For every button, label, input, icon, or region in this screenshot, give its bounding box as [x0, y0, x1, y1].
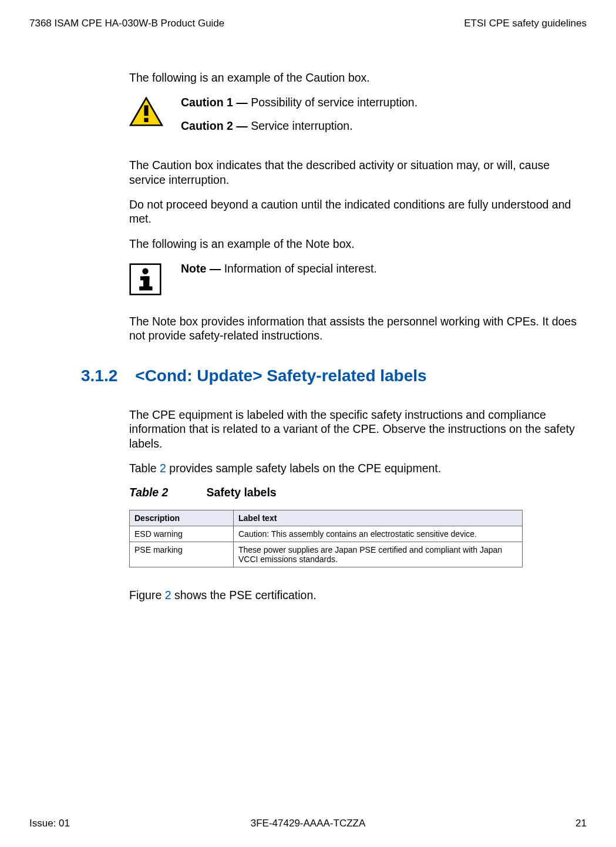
- table-header: Label text: [234, 510, 523, 526]
- paragraph: Figure 2 shows the PSE certification.: [129, 588, 581, 602]
- figure-xref[interactable]: 2: [165, 589, 171, 601]
- table-title: Safety labels: [206, 486, 276, 499]
- paragraph: The Caution box indicates that the descr…: [129, 158, 581, 187]
- svg-rect-1: [144, 106, 148, 116]
- svg-point-4: [142, 268, 148, 274]
- text: shows the PSE certification.: [171, 589, 317, 601]
- table-label: Table 2: [129, 486, 168, 499]
- table-cell: Caution: This assembly contains an elect…: [234, 526, 523, 542]
- paragraph: The Note box provides information that a…: [129, 314, 581, 343]
- caution-line-1: Caution 1 — Possibility of service inter…: [181, 95, 418, 109]
- footer-center: 3FE-47429-AAAA-TCZZA: [251, 818, 366, 829]
- table-cell: ESD warning: [130, 526, 234, 542]
- text: provides sample safety labels on the CPE…: [166, 462, 441, 475]
- section-number: 3.1.2: [81, 367, 117, 385]
- table-header: Description: [130, 510, 234, 526]
- note-box: Note — Information of special interest.: [129, 261, 581, 298]
- table-cell: These power supplies are Japan PSE certi…: [234, 542, 523, 567]
- paragraph: Do not proceed beyond a caution until th…: [129, 197, 581, 226]
- footer-right: 21: [575, 818, 587, 829]
- section-title: <Cond: Update> Safety-related labels: [135, 367, 426, 385]
- note-line: Note — Information of special interest.: [181, 261, 377, 275]
- table-header-row: Description Label text: [130, 510, 523, 526]
- table-row: PSE marking These power supplies are Jap…: [130, 542, 523, 567]
- note-text: Information of special interest.: [224, 262, 377, 275]
- text: Table: [129, 462, 160, 475]
- text: Figure: [129, 589, 165, 601]
- page-footer: Issue: 01 3FE-47429-AAAA-TCZZA 21: [29, 806, 587, 829]
- caution-line-2: Caution 2 — Service interruption.: [181, 119, 418, 133]
- caution2-text: Service interruption.: [251, 119, 352, 132]
- main-content: The following is an example of the Cauti…: [129, 70, 581, 806]
- paragraph: The following is an example of the Note …: [129, 237, 581, 251]
- note-label: Note —: [181, 262, 224, 275]
- caution2-label: Caution 2 —: [181, 119, 251, 132]
- paragraph: The following is an example of the Cauti…: [129, 70, 581, 85]
- header-left: 7368 ISAM CPE HA-030W-B Product Guide: [29, 18, 224, 29]
- table-cell: PSE marking: [130, 542, 234, 567]
- table-xref[interactable]: 2: [160, 462, 166, 475]
- paragraph: Table 2 provides sample safety labels on…: [129, 461, 581, 475]
- info-icon: [129, 263, 163, 298]
- caution-icon: [129, 97, 163, 129]
- footer-left: Issue: 01: [29, 818, 70, 829]
- caution1-text: Possibility of service interruption.: [251, 96, 418, 109]
- svg-rect-7: [139, 287, 152, 291]
- page-header: 7368 ISAM CPE HA-030W-B Product Guide ET…: [29, 18, 587, 29]
- table-caption: Table 2Safety labels: [129, 486, 581, 499]
- table-row: ESD warning Caution: This assembly conta…: [130, 526, 523, 542]
- svg-rect-2: [144, 118, 148, 122]
- safety-labels-table: Description Label text ESD warning Cauti…: [129, 510, 523, 567]
- caution-box: Caution 1 — Possibility of service inter…: [129, 95, 581, 142]
- caution1-label: Caution 1 —: [181, 96, 251, 109]
- paragraph: The CPE equipment is labeled with the sp…: [129, 408, 581, 451]
- header-right: ETSI CPE safety guidelines: [464, 18, 587, 29]
- section-heading: 3.1.2<Cond: Update> Safety-related label…: [81, 367, 581, 385]
